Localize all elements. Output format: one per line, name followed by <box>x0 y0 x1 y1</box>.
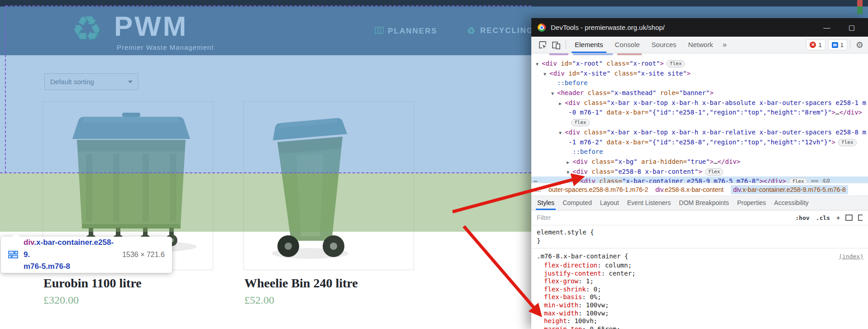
styles-tab-layout[interactable]: Layout <box>596 196 623 210</box>
breadcrumb-item[interactable]: div.e258-8.x-bar-content <box>655 186 724 193</box>
dom-tree-row[interactable]: -0 m76-1" data-x-bar="{"id":"e258-1","re… <box>531 108 868 118</box>
flex-badge[interactable]: flex <box>838 139 857 146</box>
css-property-row[interactable]: flex-grow: 1; <box>531 277 868 286</box>
element-style-block[interactable]: element.style { } <box>531 225 868 248</box>
recycle-logo-icon[interactable]: ♻ <box>72 12 102 46</box>
dom-tree-row[interactable]: ▼<header class="x-masthead" role="banner… <box>531 88 868 98</box>
devtools-tab-sources[interactable]: Sources <box>646 37 682 53</box>
panel-layout-icon[interactable] <box>858 215 863 221</box>
styles-tab-accessibility[interactable]: Accessibility <box>770 196 813 210</box>
css-property-row[interactable]: flex-direction: column; <box>531 262 868 270</box>
product-title[interactable]: Eurobin 1100 litre <box>43 276 142 291</box>
expand-arrow-icon[interactable]: ▶ <box>559 99 565 109</box>
styles-tab-properties[interactable]: Properties <box>733 196 770 210</box>
dom-tree-row[interactable]: -1 m76-2" data-x-bar="{"id":"e258-8","re… <box>531 138 868 148</box>
collapse-arrow-icon[interactable]: ▼ <box>544 69 549 79</box>
css-property-row[interactable]: margin-top: 0.65rem; <box>531 325 868 329</box>
product-price: £52.00 <box>244 294 274 306</box>
wheelie-bin-product-image[interactable] <box>265 114 355 263</box>
screen: ♻ PWM Premier Waste Management PLANNERS … <box>0 0 868 329</box>
styles-filter-row: Filter :hov .cls + <box>531 210 868 225</box>
brand-tagline: Premier Waste Management <box>117 43 214 51</box>
devtools-titlebar[interactable]: DevTools - premierwaste.org.uk/shop/ — ▢ <box>531 18 868 37</box>
error-count-badge[interactable]: ✕ 1 <box>806 39 825 50</box>
sort-dropdown-value: Default sorting <box>50 78 94 86</box>
maximize-button[interactable]: ▢ <box>842 24 862 32</box>
breadcrumb-item[interactable]: … <box>535 186 541 193</box>
styles-tab-computed[interactable]: Computed <box>558 196 596 210</box>
styles-sidebar-tabs: StylesComputedLayoutEvent ListenersDOM B… <box>531 196 868 210</box>
dom-tree-row[interactable]: ▶<div class="x-bar x-bar-top x-bar-h x-b… <box>531 98 868 108</box>
brand-logo[interactable]: PWM <box>114 10 188 42</box>
tooltip-dimensions: 1536 × 721.6 <box>122 251 165 259</box>
chevron-down-icon <box>128 81 133 83</box>
product-title[interactable]: Wheelie Bin 240 litre <box>244 276 358 291</box>
collapse-arrow-icon[interactable]: ▼ <box>559 128 565 138</box>
flex-badge[interactable]: flex <box>705 168 724 176</box>
stylesheet-source-link[interactable]: (index) <box>839 252 863 261</box>
message-icon <box>832 42 838 48</box>
nav-item-recycling[interactable]: ♻ RECYCLING <box>467 26 534 35</box>
element-badge-icon <box>8 251 18 259</box>
dom-tree-row[interactable]: ⋯<div class="x-bar-container e258-9 m76-… <box>531 176 868 183</box>
separator <box>850 40 850 49</box>
inspect-tooltip: div.x-bar-container.e258-9. m76-5.m76-8 … <box>1 237 172 273</box>
tooltip-selector: div.x-bar-container.e258-9. m76-5.m76-8 <box>24 237 117 272</box>
scrollbar-marker-red <box>857 0 863 6</box>
dom-tree-row[interactable]: ▼<div id="x-site" class="x-site site"> <box>531 69 868 79</box>
css-rule-selector[interactable]: .m76-8.x-bar-container { (index) <box>531 248 868 262</box>
breadcrumb-item[interactable]: div.x-bar-container.e258-9.m76-5.m76-8 <box>731 185 848 194</box>
dom-tree-row[interactable]: flex <box>531 118 868 128</box>
dom-tree-row[interactable]: ::before <box>531 78 868 88</box>
devtools-tab-elements[interactable]: Elements <box>569 37 609 53</box>
styles-tab-dom-breakpoints[interactable]: DOM Breakpoints <box>675 196 733 210</box>
toggle-cls[interactable]: .cls <box>816 215 830 221</box>
dom-tree-row[interactable]: ::before <box>531 147 868 157</box>
minimize-button[interactable]: — <box>817 24 837 31</box>
page-top-strip <box>0 0 868 7</box>
flex-badge[interactable]: flex <box>789 178 807 183</box>
css-properties: flex-direction: column;justify-content: … <box>531 262 868 329</box>
collapse-arrow-icon[interactable]: ▼ <box>567 167 572 177</box>
breadcrumb-item[interactable]: outer-spacers.e258-8.m76-1.m76-2 <box>548 186 648 193</box>
more-tabs-button[interactable]: » <box>719 41 730 49</box>
styles-filter-input[interactable]: Filter <box>537 214 789 221</box>
devtools-tab-console[interactable]: Console <box>609 37 646 53</box>
flex-badge[interactable]: flex <box>571 119 590 126</box>
nav-item-planners[interactable]: PLANNERS <box>375 26 438 36</box>
collapse-arrow-icon[interactable]: ▼ <box>551 89 557 99</box>
css-property-row[interactable]: max-width: 100vw; <box>531 310 868 318</box>
error-icon: ✕ <box>810 42 816 48</box>
device-toolbar-icon[interactable] <box>551 40 561 50</box>
recycle-icon: ♻ <box>467 26 476 35</box>
message-count-badge[interactable]: 1 <box>828 39 847 50</box>
toggle-hov[interactable]: :hov <box>796 215 810 221</box>
dom-tree-row[interactable]: ▶<div class="x-bg" aria-hidden="true">…<… <box>531 157 868 167</box>
styles-tab-styles[interactable]: Styles <box>533 196 558 210</box>
dom-tree-row[interactable]: ▼<div class="x-bar x-bar-top x-bar-h x-b… <box>531 128 868 138</box>
styles-tab-event-listeners[interactable]: Event Listeners <box>623 196 675 210</box>
settings-gear-icon[interactable]: ⚙ <box>856 40 863 50</box>
expand-arrow-icon[interactable]: ▶ <box>567 157 572 167</box>
inspect-element-icon[interactable] <box>538 40 548 50</box>
styles-pane: element.style { } .m76-8.x-bar-container… <box>531 225 868 329</box>
css-property-row[interactable]: flex-basis: 0%; <box>531 293 868 301</box>
css-property-row[interactable]: min-width: 100vw; <box>531 301 868 310</box>
dom-tree-row[interactable]: ▼<div class="e258-8 x-bar-content">flex <box>531 167 868 177</box>
map-icon <box>375 26 384 36</box>
new-style-rule-button[interactable]: + <box>836 215 840 221</box>
css-property-row[interactable]: justify-content: center; <box>531 270 868 278</box>
flex-badge[interactable]: flex <box>667 60 685 67</box>
devtools-tab-network[interactable]: Network <box>682 37 719 53</box>
devtools-tabs: ElementsConsoleSourcesNetwork <box>569 37 719 53</box>
css-property-row[interactable]: flex-shrink: 0; <box>531 286 868 294</box>
css-property-row[interactable]: height: 100vh; <box>531 317 868 325</box>
dom-tree-row[interactable]: ▼<div id="x-root" class="x-root">flex <box>531 59 868 69</box>
collapse-arrow-icon[interactable]: ▼ <box>536 59 542 69</box>
chrome-icon <box>538 24 546 32</box>
sort-dropdown[interactable]: Default sorting <box>44 73 138 90</box>
computed-styles-icon[interactable] <box>845 215 853 221</box>
scrollbar-marker-green <box>857 6 863 14</box>
annotation-arrow-to-height-property <box>464 226 539 314</box>
nav-label: PLANNERS <box>388 27 438 36</box>
